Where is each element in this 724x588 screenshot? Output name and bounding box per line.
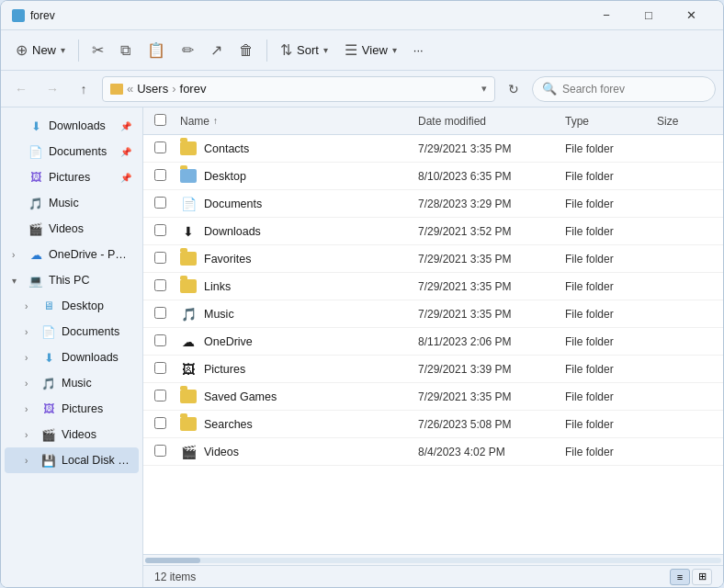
new-button[interactable]: ⊕ New ▾ bbox=[8, 36, 73, 65]
row-check[interactable] bbox=[154, 279, 180, 294]
refresh-button[interactable]: ↻ bbox=[501, 76, 526, 102]
close-button[interactable]: ✕ bbox=[670, 1, 712, 30]
row-name: Favorites bbox=[180, 252, 418, 266]
table-row[interactable]: Searches 7/26/2023 5:08 PM File folder bbox=[143, 411, 723, 438]
row-type: File folder bbox=[565, 225, 657, 238]
table-row[interactable]: 🎵 Music 7/29/2021 3:35 PM File folder bbox=[143, 300, 723, 328]
window-title: forev bbox=[30, 9, 55, 22]
row-checkbox[interactable] bbox=[154, 252, 166, 264]
row-name: 🖼 Pictures bbox=[180, 362, 418, 377]
view-button[interactable]: ☰ View ▾ bbox=[337, 36, 404, 65]
row-check[interactable] bbox=[154, 197, 180, 211]
header-name[interactable]: Name ↑ bbox=[180, 115, 418, 128]
row-checkbox[interactable] bbox=[154, 141, 166, 153]
sidebar-item-thispc[interactable]: ▾ 💻 This PC bbox=[5, 267, 139, 293]
row-date: 7/29/2021 3:52 PM bbox=[418, 225, 565, 238]
row-check[interactable] bbox=[154, 252, 180, 266]
maximize-button[interactable]: □ bbox=[628, 1, 670, 30]
file-name: Searches bbox=[204, 418, 253, 431]
sidebar-label-pictures: Pictures bbox=[49, 171, 115, 184]
table-row[interactable]: Favorites 7/29/2021 3:35 PM File folder bbox=[143, 245, 723, 273]
row-check[interactable] bbox=[154, 334, 180, 349]
sidebar-item-downloads[interactable]: ⬇ Downloads 📌 bbox=[5, 113, 139, 139]
share-button[interactable]: ↗ bbox=[203, 36, 230, 65]
row-checkbox[interactable] bbox=[154, 390, 166, 401]
sidebar-item-desktop[interactable]: › 🖥 Desktop bbox=[5, 293, 139, 319]
header-type[interactable]: Type bbox=[565, 115, 657, 128]
header-size[interactable]: Size bbox=[657, 115, 712, 128]
search-input[interactable] bbox=[562, 83, 706, 96]
expand-icon: › bbox=[25, 404, 36, 414]
row-name: Desktop bbox=[180, 169, 418, 183]
select-all-checkbox[interactable] bbox=[154, 114, 166, 126]
expand-icon: › bbox=[25, 301, 36, 311]
col-type-label: Type bbox=[565, 115, 589, 128]
minimize-button[interactable]: − bbox=[585, 1, 628, 30]
path-dropdown-button[interactable]: ▾ bbox=[481, 83, 487, 95]
address-path[interactable]: « Users › forev ▾ bbox=[102, 76, 495, 102]
more-button[interactable]: ··· bbox=[406, 36, 431, 65]
file-name: Documents bbox=[204, 198, 262, 210]
forward-button[interactable]: → bbox=[40, 76, 65, 102]
table-row[interactable]: 🖼 Pictures 7/29/2021 3:39 PM File folder bbox=[143, 356, 723, 383]
row-check[interactable] bbox=[154, 224, 180, 239]
sidebar: ⬇ Downloads 📌 📄 Documents 📌 🖼 Pictures 📌 bbox=[1, 107, 143, 587]
table-row[interactable]: Saved Games 7/29/2021 3:35 PM File folde… bbox=[143, 383, 723, 411]
paste-button[interactable]: 📋 bbox=[140, 36, 173, 65]
row-check[interactable] bbox=[154, 307, 180, 322]
sidebar-item-onedrive[interactable]: › ☁ OneDrive - Perso bbox=[5, 242, 139, 267]
rename-button[interactable]: ✏ bbox=[175, 36, 201, 65]
sort-button[interactable]: ⇅ Sort ▾ bbox=[273, 36, 335, 65]
sidebar-item-downloads2[interactable]: › ⬇ Downloads bbox=[5, 345, 139, 370]
sidebar-item-pictures[interactable]: 🖼 Pictures 📌 bbox=[5, 164, 139, 190]
sidebar-item-music[interactable]: 🎵 Music bbox=[5, 190, 139, 216]
row-check[interactable] bbox=[154, 445, 180, 459]
folder-icon bbox=[180, 169, 197, 183]
table-row[interactable]: ⬇ Downloads 7/29/2021 3:52 PM File folde… bbox=[143, 218, 723, 245]
row-check[interactable] bbox=[154, 417, 180, 432]
up-button[interactable]: ↑ bbox=[71, 76, 96, 102]
path-part-forev: forev bbox=[180, 82, 207, 96]
row-checkbox[interactable] bbox=[154, 362, 166, 374]
row-checkbox[interactable] bbox=[154, 417, 166, 429]
back-button[interactable]: ← bbox=[8, 76, 34, 102]
sidebar-item-videos[interactable]: 🎬 Videos bbox=[5, 216, 139, 242]
row-check[interactable] bbox=[154, 169, 180, 184]
copy-button[interactable]: ⧉ bbox=[113, 36, 138, 65]
row-checkbox[interactable] bbox=[154, 169, 166, 181]
row-check[interactable] bbox=[154, 390, 180, 404]
sidebar-item-music2[interactable]: › 🎵 Music bbox=[5, 370, 139, 396]
delete-icon: 🗑 bbox=[239, 42, 254, 59]
row-check[interactable] bbox=[154, 362, 180, 377]
sidebar-item-videos2[interactable]: › 🎬 Videos bbox=[5, 422, 139, 447]
delete-button[interactable]: 🗑 bbox=[232, 36, 261, 65]
table-row[interactable]: Links 7/29/2021 3:35 PM File folder bbox=[143, 273, 723, 300]
row-checkbox[interactable] bbox=[154, 197, 166, 209]
header-date[interactable]: Date modified bbox=[418, 115, 565, 128]
table-row[interactable]: ☁ OneDrive 8/11/2023 2:06 PM File folder bbox=[143, 328, 723, 356]
table-row[interactable]: Contacts 7/29/2021 3:35 PM File folder bbox=[143, 135, 723, 163]
folder-icon bbox=[180, 141, 197, 155]
row-checkbox[interactable] bbox=[154, 334, 166, 346]
sidebar-item-documents[interactable]: 📄 Documents 📌 bbox=[5, 139, 139, 164]
sidebar-item-localdisk[interactable]: › 💾 Local Disk (C:) bbox=[5, 447, 139, 473]
header-check[interactable] bbox=[154, 114, 180, 129]
row-checkbox[interactable] bbox=[154, 445, 166, 457]
table-row[interactable]: 📄 Documents 7/28/2023 3:29 PM File folde… bbox=[143, 190, 723, 218]
row-checkbox[interactable] bbox=[154, 307, 166, 319]
folder-icon: 🎬 bbox=[180, 445, 197, 459]
details-view-button[interactable]: ≡ bbox=[670, 569, 690, 585]
tiles-view-button[interactable]: ⊞ bbox=[692, 569, 712, 585]
scrollbar-thumb[interactable] bbox=[145, 558, 200, 563]
folder-icon bbox=[180, 390, 197, 403]
table-row[interactable]: 🎬 Videos 8/4/2023 4:02 PM File folder bbox=[143, 438, 723, 466]
table-row[interactable]: Desktop 8/10/2023 6:35 PM File folder bbox=[143, 163, 723, 190]
row-checkbox[interactable] bbox=[154, 279, 166, 291]
row-checkbox[interactable] bbox=[154, 224, 166, 236]
sort-arrow-icon: ↑ bbox=[213, 116, 218, 126]
sidebar-item-pictures2[interactable]: › 🖼 Pictures bbox=[5, 396, 139, 422]
scrollbar-horizontal[interactable] bbox=[143, 554, 723, 565]
row-check[interactable] bbox=[154, 141, 180, 156]
sidebar-item-documents2[interactable]: › 📄 Documents bbox=[5, 319, 139, 345]
cut-button[interactable]: ✂ bbox=[85, 36, 111, 65]
